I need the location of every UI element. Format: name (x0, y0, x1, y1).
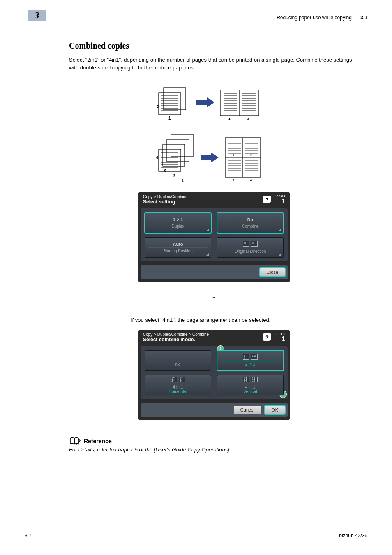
combine-option[interactable]: No Combine (217, 213, 284, 233)
svg-text:3: 3 (164, 169, 166, 173)
4in1-v-icon: 13241324 (243, 377, 258, 382)
svg-text:1: 1 (168, 116, 171, 120)
intro-paragraph: Select "2in1" or "4in1", depending on th… (69, 56, 359, 72)
submenu-icon (206, 228, 209, 231)
ok-button[interactable]: OK (265, 405, 285, 414)
breadcrumb: Copy > Duplex/Combine > Combine (143, 332, 209, 337)
header-rule (25, 23, 367, 23)
down-arrow-icon: ↓ (69, 288, 359, 301)
combine-2in1-option[interactable]: 121 2 2 in 1 (217, 350, 284, 371)
product-name: bizhub 42/36 (339, 533, 367, 539)
chapter-tab: 3 (28, 10, 46, 21)
page-number: 3-4 (25, 533, 32, 539)
4in1-h-icon: 12341234 (171, 377, 185, 382)
svg-text:3: 3 (233, 179, 234, 182)
original-direction-option[interactable]: ▤▥ Original Direction (217, 237, 284, 258)
chapter-number: 3 (35, 10, 39, 21)
svg-text:2: 2 (157, 104, 159, 109)
svg-rect-0 (164, 88, 186, 110)
svg-marker-47 (201, 153, 219, 162)
svg-text:4: 4 (156, 155, 159, 160)
svg-text:2: 2 (250, 154, 252, 157)
submenu-icon (278, 253, 281, 256)
breadcrumb: Copy > Duplex/Combine (143, 194, 188, 199)
cancel-button[interactable]: Cancel (233, 405, 261, 414)
svg-rect-33 (167, 139, 189, 162)
combine-diagram: 2 1 (69, 81, 359, 188)
section-heading: Combined copies (69, 41, 359, 51)
svg-marker-11 (196, 97, 214, 107)
midtext: If you select "4in1", the page arrangeme… (131, 317, 359, 323)
panel-subtitle: Select combine mode. (143, 337, 209, 342)
svg-rect-32 (171, 134, 193, 157)
reference-title: Reference (84, 438, 112, 444)
running-header: Reducing paper use while copying 3.1 (277, 15, 367, 21)
svg-rect-34 (163, 144, 185, 166)
help-icon[interactable]: ? (263, 333, 271, 341)
submenu-icon (206, 253, 209, 256)
section-number: 3.1 (360, 15, 367, 21)
close-button[interactable]: Close (260, 268, 285, 277)
binding-position-option[interactable]: Auto Binding Position (145, 237, 211, 258)
running-title: Reducing paper use while copying (277, 15, 352, 21)
combine-no-option[interactable]: No (145, 350, 211, 371)
panel-subtitle: Select setting. (143, 199, 188, 205)
svg-text:2: 2 (247, 117, 249, 120)
svg-text:1: 1 (233, 154, 234, 157)
copies-indicator: Copies 1 (274, 194, 285, 205)
svg-text:4: 4 (250, 179, 252, 182)
svg-text:1: 1 (182, 178, 184, 183)
combine-4in1-vertical-option[interactable]: 13241324 4 in 1Vertical (217, 375, 284, 395)
help-icon[interactable]: ? (263, 196, 271, 203)
svg-text:2: 2 (173, 173, 175, 178)
copies-indicator: Copies 1 (274, 332, 285, 342)
reference-text: For details, refer to chapter 5 of the [… (69, 446, 359, 453)
orientation-icon: ▤▥ (243, 241, 258, 247)
combine-mode-panel: Copy > Duplex/Combine > Combine Select c… (138, 330, 290, 420)
combine-4in1-horizontal-option[interactable]: 12341234 4 in 1Horizontal (145, 375, 211, 395)
page-footer: 3-4 bizhub 42/36 (25, 530, 367, 539)
duplex-option[interactable]: 1 > 1 Duplex (145, 213, 211, 233)
submenu-icon (278, 228, 281, 231)
duplex-combine-panel: Copy > Duplex/Combine Select setting. ? … (138, 192, 290, 282)
2in1-icon: 121 2 (243, 354, 258, 360)
book-icon (69, 437, 81, 446)
svg-text:1: 1 (228, 117, 231, 120)
reference-block: Reference (69, 437, 359, 446)
